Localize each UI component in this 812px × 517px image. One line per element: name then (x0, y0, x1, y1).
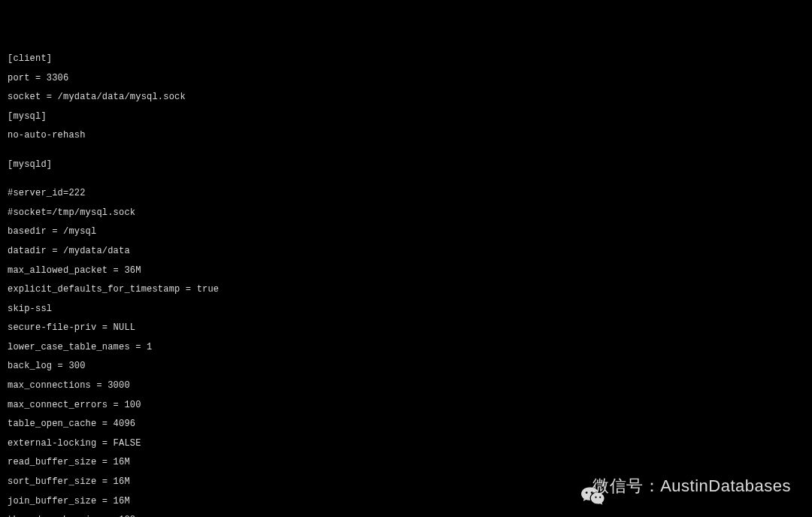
svg-point-2 (595, 496, 596, 497)
config-line: [mysql] (8, 112, 804, 122)
terminal-output: [client] port = 3306 socket = /mydata/da… (8, 44, 804, 517)
config-line: max_connect_errors = 100 (8, 401, 804, 410)
config-line: #server_id=222 (8, 189, 804, 198)
svg-point-1 (591, 491, 593, 494)
config-line: join_buffer_size = 16M (8, 497, 804, 506)
config-line: basedir = /mysql (8, 227, 804, 237)
config-line: datadir = /mydata/data (8, 246, 804, 256)
config-line: [client] (8, 54, 804, 64)
config-line: skip-ssl (8, 304, 804, 314)
config-line: [mysqld] (8, 160, 804, 170)
config-line: socket = /mydata/data/mysql.sock (8, 92, 804, 102)
config-line: no-auto-rehash (8, 131, 804, 141)
svg-point-0 (586, 491, 588, 494)
config-line: back_log = 300 (8, 361, 804, 371)
watermark-label: 微信号：AustinDatabases (592, 482, 791, 491)
svg-point-3 (599, 496, 601, 497)
config-line: #socket=/tmp/mysql.sock (8, 208, 804, 218)
config-line: read_buffer_size = 16M (8, 458, 804, 467)
config-line: secure-file-priv = NULL (8, 323, 804, 333)
config-line: explicit_defaults_for_timestamp = true (8, 285, 804, 295)
config-line: max_connections = 3000 (8, 381, 804, 391)
config-line: external-locking = FALSE (8, 439, 804, 449)
config-line: table_open_cache = 4096 (8, 419, 804, 429)
config-line: port = 3306 (8, 74, 804, 83)
config-line: lower_case_table_names = 1 (8, 343, 804, 352)
config-line: max_allowed_packet = 36M (8, 266, 804, 276)
watermark: 微信号：AustinDatabases (558, 475, 791, 497)
wechat-icon (558, 475, 585, 497)
